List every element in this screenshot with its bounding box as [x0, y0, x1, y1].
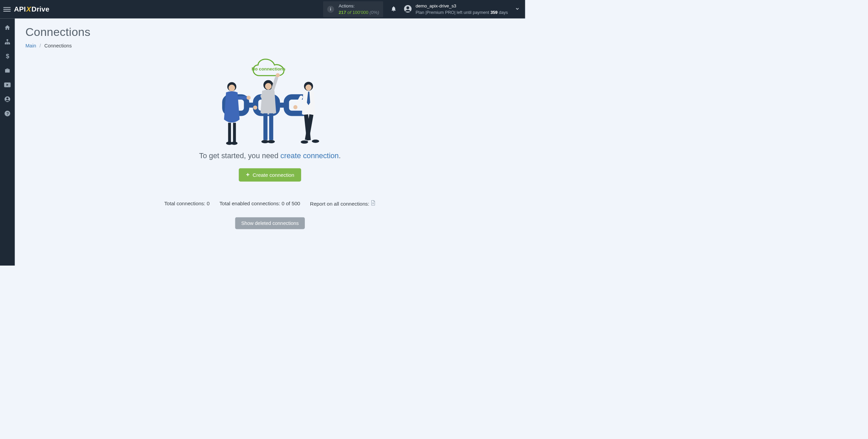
svg-rect-5 [7, 43, 8, 44]
user-plan: Plan |Premium PRO| left until payment 35… [416, 9, 508, 16]
chevron-down-icon[interactable] [515, 6, 520, 12]
svg-point-1 [407, 6, 409, 9]
svg-rect-3 [5, 43, 6, 44]
avatar-icon [404, 5, 412, 14]
sidebar-item-briefcase[interactable] [3, 66, 12, 75]
svg-point-27 [265, 83, 272, 89]
svg-rect-33 [269, 113, 273, 140]
svg-point-43 [312, 140, 319, 143]
svg-rect-23 [233, 123, 236, 142]
sidebar-item-youtube[interactable] [3, 80, 12, 89]
svg-rect-4 [8, 43, 10, 44]
breadcrumb-current: Connections [44, 43, 72, 48]
svg-point-37 [305, 84, 312, 90]
document-icon[interactable] [371, 200, 376, 206]
cloud-text: No connections [252, 66, 285, 71]
svg-point-25 [231, 142, 237, 145]
total-connections: Total connections: 0 [164, 201, 210, 207]
svg-rect-22 [228, 123, 231, 142]
svg-text:?: ? [6, 111, 9, 116]
svg-rect-17 [275, 103, 289, 108]
empty-prompt: To get started, you need create connecti… [25, 151, 514, 160]
logo[interactable]: APIXDrive [14, 5, 50, 13]
svg-point-39 [293, 105, 297, 109]
sidebar-item-help[interactable]: ? [3, 109, 12, 118]
sidebar-item-home[interactable] [3, 23, 12, 32]
show-deleted-button[interactable]: Show deleted connections [235, 217, 305, 229]
notifications-icon[interactable] [391, 6, 397, 13]
plus-icon [246, 172, 250, 178]
content: Connections Main / Connections No connec… [15, 18, 525, 266]
create-connection-button[interactable]: Create connection [239, 168, 301, 182]
svg-point-29 [276, 73, 280, 77]
stats-row: Total connections: 0 Total enabled conne… [25, 200, 514, 207]
actions-stats: 217 of 100'000 (0%) [339, 9, 379, 16]
report-all: Report on all connections: [310, 200, 376, 207]
user-menu[interactable]: demo_apix-drive_s3 Plan |Premium PRO| le… [404, 3, 508, 15]
svg-point-10 [6, 98, 8, 100]
menu-toggle[interactable] [3, 5, 11, 13]
svg-rect-32 [263, 113, 268, 140]
sidebar-item-billing[interactable]: $ [3, 51, 12, 61]
svg-point-35 [268, 140, 275, 143]
breadcrumb: Main / Connections [25, 43, 514, 48]
sidebar: $ ? [0, 18, 15, 266]
create-connection-link[interactable]: create connection [280, 151, 339, 160]
svg-rect-2 [7, 39, 8, 41]
user-name: demo_apix-drive_s3 [416, 3, 508, 9]
breadcrumb-main[interactable]: Main [25, 43, 36, 48]
svg-point-42 [301, 140, 308, 144]
sidebar-item-account[interactable] [3, 95, 12, 104]
svg-point-19 [229, 85, 235, 91]
svg-point-21 [246, 96, 251, 100]
actions-label: Actions: [339, 3, 379, 9]
info-icon: i [327, 6, 334, 13]
svg-text:$: $ [6, 53, 9, 59]
sidebar-item-sitemap[interactable] [3, 37, 12, 46]
empty-illustration: No connections [213, 58, 328, 148]
svg-point-31 [253, 106, 257, 110]
actions-box[interactable]: i Actions: 217 of 100'000 (0%) [323, 1, 383, 17]
enabled-connections: Total enabled connections: 0 of 500 [219, 201, 300, 207]
page-title: Connections [25, 25, 514, 39]
header: APIXDrive i Actions: 217 of 100'000 (0%) [0, 0, 525, 18]
